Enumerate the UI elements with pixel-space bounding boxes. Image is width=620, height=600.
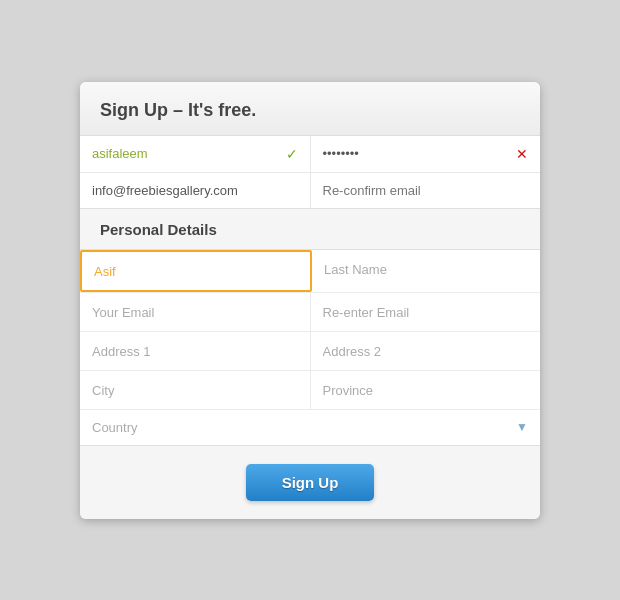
reconfirm-email-field[interactable] [311, 173, 541, 208]
reenter-email-field[interactable] [311, 293, 541, 331]
password-field[interactable]: ✕ [311, 136, 541, 172]
first-name-input[interactable] [94, 264, 298, 279]
email-input[interactable] [92, 183, 298, 198]
personal-details-header: Personal Details [80, 209, 540, 250]
your-email-input[interactable] [92, 305, 298, 320]
reconfirm-email-input[interactable] [323, 183, 529, 198]
card-title: Sign Up – It's free. [100, 100, 256, 120]
email-row [80, 173, 540, 208]
dropdown-arrow-icon: ▼ [516, 420, 528, 434]
city-input[interactable] [92, 383, 298, 398]
last-name-field[interactable] [312, 250, 540, 292]
personal-details-title: Personal Details [100, 221, 217, 238]
province-input[interactable] [323, 383, 529, 398]
address1-input[interactable] [92, 344, 298, 359]
address-row [80, 332, 540, 371]
province-field[interactable] [311, 371, 541, 409]
username-password-row: ✓ ✕ [80, 136, 540, 173]
personal-form [80, 250, 540, 409]
button-row: Sign Up [80, 445, 540, 519]
your-email-field[interactable] [80, 293, 311, 331]
password-input[interactable] [323, 146, 511, 161]
city-field[interactable] [80, 371, 311, 409]
address1-field[interactable] [80, 332, 311, 370]
country-row[interactable]: Country ▼ [80, 409, 540, 445]
address2-input[interactable] [323, 344, 529, 359]
personal-email-row [80, 293, 540, 332]
country-select[interactable]: Country ▼ [92, 410, 528, 445]
email-field[interactable] [80, 173, 311, 208]
username-field[interactable]: ✓ [80, 136, 311, 172]
address2-field[interactable] [311, 332, 541, 370]
card-header: Sign Up – It's free. [80, 82, 540, 136]
username-input[interactable] [92, 146, 280, 161]
signup-card: Sign Up – It's free. ✓ ✕ Personal Detail… [80, 82, 540, 519]
first-name-field[interactable] [80, 250, 312, 292]
city-province-row [80, 371, 540, 409]
auth-section: ✓ ✕ [80, 136, 540, 209]
signup-button[interactable]: Sign Up [246, 464, 375, 501]
cross-icon: ✕ [516, 146, 528, 162]
check-icon: ✓ [286, 146, 298, 162]
name-row [80, 250, 540, 293]
country-placeholder: Country [92, 420, 516, 435]
reenter-email-input[interactable] [323, 305, 529, 320]
last-name-input[interactable] [324, 262, 528, 277]
